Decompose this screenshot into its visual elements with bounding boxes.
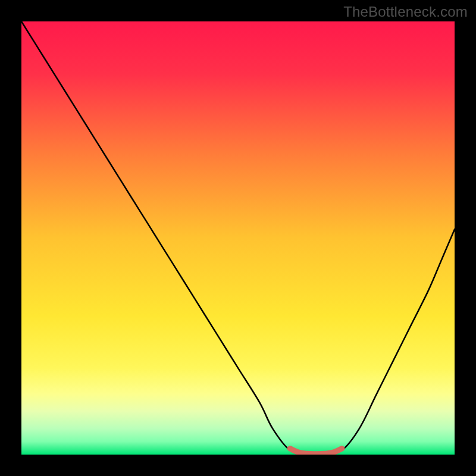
- watermark-text: TheBottleneck.com: [343, 4, 468, 20]
- curve-layer: [21, 21, 455, 455]
- chart-frame: TheBottleneck.com: [0, 0, 476, 476]
- plot-area: [21, 21, 455, 455]
- optimal-range-marker: [290, 449, 342, 454]
- bottleneck-curve: [21, 21, 455, 455]
